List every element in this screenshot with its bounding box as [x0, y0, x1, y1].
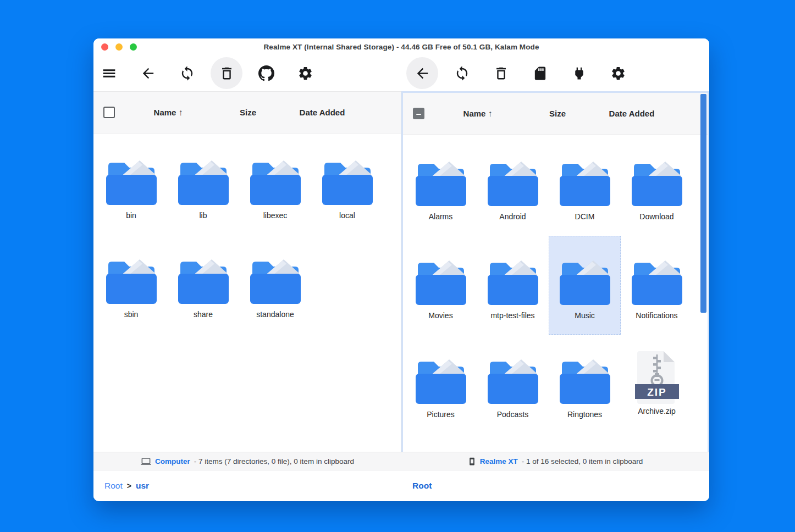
file-label: Movies [428, 311, 452, 320]
device-status-summary: - 1 of 16 selected, 0 item in clipboard [522, 457, 643, 465]
refresh-icon [454, 65, 470, 81]
column-name[interactable]: Name↑ [434, 109, 522, 119]
device-file-list: Name↑ Size Date Added Alarms Android [401, 91, 709, 452]
file-item-local[interactable]: local [311, 136, 383, 235]
file-item-mtp-test-files[interactable]: mtp-test-files [477, 236, 549, 335]
menu-button[interactable] [93, 57, 124, 89]
back-button[interactable] [132, 57, 163, 89]
device-status: Realme XT - 1 of 16 selected, 0 item in … [401, 452, 709, 470]
minimize-button[interactable] [115, 43, 123, 51]
folder-icon [413, 353, 468, 404]
file-item-android[interactable]: Android [477, 137, 549, 236]
gear-icon [297, 65, 313, 81]
dual-pane-area: Name↑ Size Date Added bin lib [93, 55, 709, 452]
file-label: standalone [256, 310, 294, 319]
file-item-movies[interactable]: Movies [405, 236, 477, 335]
delete-button[interactable] [485, 57, 516, 89]
file-item-ringtones[interactable]: Ringtones [549, 335, 621, 434]
github-icon [258, 65, 274, 81]
file-label: Archive.zip [638, 407, 675, 415]
file-item-dcim[interactable]: DCIM [549, 137, 621, 236]
file-label: Alarms [429, 212, 453, 221]
local-file-grid: bin lib libexec local [93, 134, 401, 452]
folder-icon [630, 156, 684, 206]
refresh-button[interactable] [172, 57, 202, 89]
file-item-sbin[interactable]: sbin [95, 235, 167, 334]
device-toolbar [401, 55, 709, 91]
folder-icon [320, 154, 375, 205]
file-label: local [339, 211, 355, 220]
sort-ascending-icon: ↑ [488, 109, 492, 118]
sd-card-button[interactable] [525, 57, 555, 89]
sort-ascending-icon: ↑ [178, 108, 183, 117]
breadcrumb-root[interactable]: Root [412, 481, 432, 491]
scrollbar-thumb[interactable] [700, 94, 706, 313]
column-name[interactable]: Name↑ [124, 108, 212, 118]
folder-icon [413, 156, 468, 206]
back-arrow-icon [415, 65, 430, 81]
select-all-checkbox[interactable] [103, 107, 115, 118]
file-label: DCIM [575, 212, 595, 221]
file-label: mtp-test-files [490, 311, 534, 320]
file-item-share[interactable]: share [167, 235, 239, 334]
folder-icon [485, 156, 540, 206]
file-item-bin[interactable]: bin [95, 136, 167, 235]
settings-button[interactable] [290, 57, 321, 89]
column-size[interactable]: Size [522, 109, 593, 118]
local-status-summary: - 7 items (7 directories, 0 file), 0 ite… [194, 457, 354, 465]
usb-plug-button[interactable] [564, 57, 594, 89]
device-pane: Name↑ Size Date Added Alarms Android [401, 55, 709, 452]
file-item-libexec[interactable]: libexec [239, 136, 311, 235]
folder-icon [485, 254, 540, 305]
file-label: Ringtones [567, 410, 602, 419]
local-status: Computer - 7 items (7 directories, 0 fil… [93, 452, 401, 470]
file-item-music-selected[interactable]: Music [549, 236, 621, 335]
settings-button[interactable] [603, 57, 633, 89]
refresh-icon [179, 65, 195, 81]
folder-icon [176, 154, 231, 205]
delete-button[interactable] [211, 57, 242, 89]
file-label: sbin [124, 310, 139, 319]
file-item-download[interactable]: Download [621, 137, 693, 236]
device-link[interactable]: Realme XT [480, 457, 518, 465]
device-list-header: Name↑ Size Date Added [403, 93, 708, 135]
file-label: lib [199, 211, 207, 220]
back-arrow-icon [140, 65, 156, 81]
local-toolbar [93, 55, 401, 91]
file-label: Pictures [427, 410, 455, 419]
file-label: Download [639, 212, 673, 221]
github-button[interactable] [251, 57, 281, 89]
folder-icon [557, 254, 612, 305]
file-label: Notifications [636, 311, 677, 320]
column-date-added[interactable]: Date Added [284, 108, 361, 117]
column-size[interactable]: Size [212, 108, 284, 117]
breadcrumb-root[interactable]: Root [104, 481, 123, 491]
window-title: Realme XT (Internal Shared Storage) - 44… [263, 43, 539, 51]
folder-icon [104, 154, 159, 205]
zip-badge: ZIP [647, 386, 667, 398]
zip-file-icon: ZIP [635, 350, 679, 405]
indeterminate-dash-icon [416, 114, 421, 115]
folder-icon [485, 353, 540, 404]
back-button[interactable] [406, 57, 438, 89]
local-pane: Name↑ Size Date Added bin lib [93, 55, 401, 452]
refresh-button[interactable] [446, 57, 477, 89]
select-all-checkbox-indeterminate[interactable] [413, 108, 424, 119]
file-item-alarms[interactable]: Alarms [405, 137, 477, 236]
usb-plug-icon [571, 65, 587, 81]
file-item-archive-zip[interactable]: ZIP Archive.zip [621, 335, 693, 434]
computer-link[interactable]: Computer [155, 457, 190, 465]
column-date-added[interactable]: Date Added [593, 109, 670, 118]
file-item-podcasts[interactable]: Podcasts [477, 335, 549, 434]
close-button[interactable] [101, 43, 108, 51]
folder-icon [248, 154, 303, 205]
file-item-standalone[interactable]: standalone [239, 235, 311, 334]
file-label: Android [499, 212, 526, 221]
breadcrumb-row: Root > usr Root [93, 470, 709, 501]
breadcrumb-current[interactable]: usr [136, 481, 149, 491]
file-item-lib[interactable]: lib [167, 136, 239, 235]
file-item-pictures[interactable]: Pictures [405, 335, 477, 434]
zoom-button[interactable] [130, 43, 137, 51]
file-item-notifications[interactable]: Notifications [621, 236, 693, 335]
app-window: Realme XT (Internal Shared Storage) - 44… [93, 38, 709, 501]
